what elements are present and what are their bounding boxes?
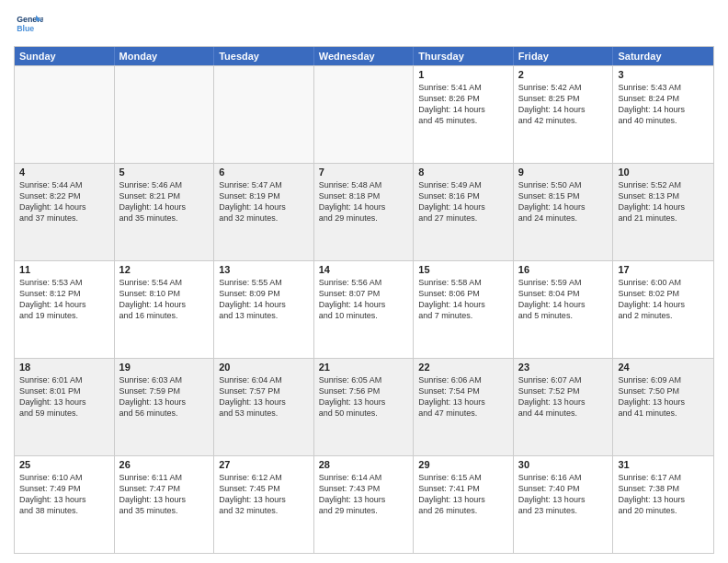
cell-info: Sunrise: 5:44 AM Sunset: 8:22 PM Dayligh… xyxy=(19,179,109,224)
day-number: 27 xyxy=(219,459,309,470)
calendar-cell xyxy=(214,66,314,163)
cell-info: Sunrise: 5:48 AM Sunset: 8:18 PM Dayligh… xyxy=(319,179,409,224)
calendar-cell xyxy=(15,66,115,163)
day-number: 2 xyxy=(518,69,609,80)
day-number: 8 xyxy=(418,167,508,178)
cell-info: Sunrise: 5:54 AM Sunset: 8:10 PM Dayligh… xyxy=(119,277,210,322)
cell-info: Sunrise: 5:59 AM Sunset: 8:04 PM Dayligh… xyxy=(518,277,609,322)
cell-info: Sunrise: 6:17 AM Sunset: 7:38 PM Dayligh… xyxy=(618,472,709,517)
day-number: 10 xyxy=(618,167,709,178)
day-number: 5 xyxy=(119,167,210,178)
day-number: 25 xyxy=(19,459,109,470)
day-number: 13 xyxy=(219,264,309,275)
day-number: 19 xyxy=(119,362,210,373)
cell-info: Sunrise: 5:46 AM Sunset: 8:21 PM Dayligh… xyxy=(119,179,210,224)
day-number: 4 xyxy=(19,167,109,178)
calendar-cell: 10Sunrise: 5:52 AM Sunset: 8:13 PM Dayli… xyxy=(613,164,713,260)
calendar-cell: 26Sunrise: 6:11 AM Sunset: 7:47 PM Dayli… xyxy=(115,456,215,553)
calendar-cell: 3Sunrise: 5:43 AM Sunset: 8:24 PM Daylig… xyxy=(613,66,713,163)
calendar-cell: 8Sunrise: 5:49 AM Sunset: 8:16 PM Daylig… xyxy=(414,164,514,260)
cell-info: Sunrise: 5:47 AM Sunset: 8:19 PM Dayligh… xyxy=(219,179,309,224)
calendar-cell: 23Sunrise: 6:07 AM Sunset: 7:52 PM Dayli… xyxy=(514,359,614,455)
svg-text:Blue: Blue xyxy=(17,24,34,33)
cell-info: Sunrise: 5:43 AM Sunset: 8:24 PM Dayligh… xyxy=(618,82,709,127)
day-number: 29 xyxy=(418,459,508,470)
calendar-cell xyxy=(115,66,215,163)
calendar-cell: 12Sunrise: 5:54 AM Sunset: 8:10 PM Dayli… xyxy=(115,261,215,358)
cell-info: Sunrise: 5:56 AM Sunset: 8:07 PM Dayligh… xyxy=(319,277,409,322)
cell-info: Sunrise: 6:07 AM Sunset: 7:52 PM Dayligh… xyxy=(518,374,609,419)
day-number: 6 xyxy=(219,167,309,178)
calendar-cell: 2Sunrise: 5:42 AM Sunset: 8:25 PM Daylig… xyxy=(514,66,614,163)
logo-icon: General Blue xyxy=(14,9,43,39)
calendar-row: 18Sunrise: 6:01 AM Sunset: 8:01 PM Dayli… xyxy=(15,358,713,455)
cell-info: Sunrise: 5:53 AM Sunset: 8:12 PM Dayligh… xyxy=(19,277,109,322)
cell-info: Sunrise: 6:06 AM Sunset: 7:54 PM Dayligh… xyxy=(418,374,508,419)
calendar-cell: 14Sunrise: 5:56 AM Sunset: 8:07 PM Dayli… xyxy=(314,261,415,358)
calendar-cell: 24Sunrise: 6:09 AM Sunset: 7:50 PM Dayli… xyxy=(613,359,713,455)
cell-info: Sunrise: 5:50 AM Sunset: 8:15 PM Dayligh… xyxy=(518,179,609,224)
cell-info: Sunrise: 5:52 AM Sunset: 8:13 PM Dayligh… xyxy=(618,179,709,224)
calendar-cell: 7Sunrise: 5:48 AM Sunset: 8:18 PM Daylig… xyxy=(314,164,415,260)
calendar-cell: 6Sunrise: 5:47 AM Sunset: 8:19 PM Daylig… xyxy=(214,164,314,260)
day-number: 23 xyxy=(518,362,609,373)
cell-info: Sunrise: 5:55 AM Sunset: 8:09 PM Dayligh… xyxy=(219,277,309,322)
calendar-cell: 1Sunrise: 5:41 AM Sunset: 8:26 PM Daylig… xyxy=(414,66,514,163)
header: General Blue xyxy=(14,9,714,39)
calendar-cell: 19Sunrise: 6:03 AM Sunset: 7:59 PM Dayli… xyxy=(115,359,215,455)
calendar-cell xyxy=(314,66,415,163)
calendar-cell: 11Sunrise: 5:53 AM Sunset: 8:12 PM Dayli… xyxy=(15,261,115,358)
day-number: 9 xyxy=(518,167,609,178)
day-number: 17 xyxy=(618,264,709,275)
calendar-row: 11Sunrise: 5:53 AM Sunset: 8:12 PM Dayli… xyxy=(15,260,713,358)
day-number: 14 xyxy=(319,264,409,275)
calendar-cell: 30Sunrise: 6:16 AM Sunset: 7:40 PM Dayli… xyxy=(514,456,614,553)
calendar-header-cell: Tuesday xyxy=(214,47,314,65)
calendar-cell: 13Sunrise: 5:55 AM Sunset: 8:09 PM Dayli… xyxy=(214,261,314,358)
day-number: 18 xyxy=(19,362,109,373)
day-number: 21 xyxy=(319,362,409,373)
day-number: 15 xyxy=(418,264,508,275)
calendar-cell: 20Sunrise: 6:04 AM Sunset: 7:57 PM Dayli… xyxy=(214,359,314,455)
calendar-cell: 21Sunrise: 6:05 AM Sunset: 7:56 PM Dayli… xyxy=(314,359,415,455)
calendar-cell: 17Sunrise: 6:00 AM Sunset: 8:02 PM Dayli… xyxy=(613,261,713,358)
calendar-header-cell: Friday xyxy=(514,47,614,65)
cell-info: Sunrise: 6:04 AM Sunset: 7:57 PM Dayligh… xyxy=(219,374,309,419)
day-number: 7 xyxy=(319,167,409,178)
cell-info: Sunrise: 6:11 AM Sunset: 7:47 PM Dayligh… xyxy=(119,472,210,517)
cell-info: Sunrise: 6:00 AM Sunset: 8:02 PM Dayligh… xyxy=(618,277,709,322)
calendar-cell: 31Sunrise: 6:17 AM Sunset: 7:38 PM Dayli… xyxy=(613,456,713,553)
cell-info: Sunrise: 6:09 AM Sunset: 7:50 PM Dayligh… xyxy=(618,374,709,419)
day-number: 28 xyxy=(319,459,409,470)
calendar-body: 1Sunrise: 5:41 AM Sunset: 8:26 PM Daylig… xyxy=(15,65,713,553)
day-number: 22 xyxy=(418,362,508,373)
calendar-row: 1Sunrise: 5:41 AM Sunset: 8:26 PM Daylig… xyxy=(15,65,713,163)
cell-info: Sunrise: 5:42 AM Sunset: 8:25 PM Dayligh… xyxy=(518,82,609,127)
calendar-cell: 18Sunrise: 6:01 AM Sunset: 8:01 PM Dayli… xyxy=(15,359,115,455)
calendar-cell: 29Sunrise: 6:15 AM Sunset: 7:41 PM Dayli… xyxy=(414,456,514,553)
calendar-cell: 9Sunrise: 5:50 AM Sunset: 8:15 PM Daylig… xyxy=(514,164,614,260)
cell-info: Sunrise: 6:01 AM Sunset: 8:01 PM Dayligh… xyxy=(19,374,109,419)
page: General Blue SundayMondayTuesdayWednesda… xyxy=(0,0,728,563)
cell-info: Sunrise: 5:49 AM Sunset: 8:16 PM Dayligh… xyxy=(418,179,508,224)
day-number: 11 xyxy=(19,264,109,275)
day-number: 1 xyxy=(418,69,508,80)
calendar-header-cell: Monday xyxy=(115,47,215,65)
calendar-cell: 5Sunrise: 5:46 AM Sunset: 8:21 PM Daylig… xyxy=(115,164,215,260)
logo: General Blue xyxy=(14,9,43,39)
day-number: 20 xyxy=(219,362,309,373)
cell-info: Sunrise: 6:03 AM Sunset: 7:59 PM Dayligh… xyxy=(119,374,210,419)
calendar-cell: 25Sunrise: 6:10 AM Sunset: 7:49 PM Dayli… xyxy=(15,456,115,553)
day-number: 16 xyxy=(518,264,609,275)
cell-info: Sunrise: 5:58 AM Sunset: 8:06 PM Dayligh… xyxy=(418,277,508,322)
day-number: 30 xyxy=(518,459,609,470)
cell-info: Sunrise: 6:14 AM Sunset: 7:43 PM Dayligh… xyxy=(319,472,409,517)
calendar-cell: 15Sunrise: 5:58 AM Sunset: 8:06 PM Dayli… xyxy=(414,261,514,358)
cell-info: Sunrise: 6:15 AM Sunset: 7:41 PM Dayligh… xyxy=(418,472,508,517)
cell-info: Sunrise: 5:41 AM Sunset: 8:26 PM Dayligh… xyxy=(418,82,508,127)
calendar-cell: 27Sunrise: 6:12 AM Sunset: 7:45 PM Dayli… xyxy=(214,456,314,553)
calendar-header-cell: Saturday xyxy=(613,47,713,65)
calendar: SundayMondayTuesdayWednesdayThursdayFrid… xyxy=(14,46,714,554)
cell-info: Sunrise: 6:16 AM Sunset: 7:40 PM Dayligh… xyxy=(518,472,609,517)
cell-info: Sunrise: 6:10 AM Sunset: 7:49 PM Dayligh… xyxy=(19,472,109,517)
